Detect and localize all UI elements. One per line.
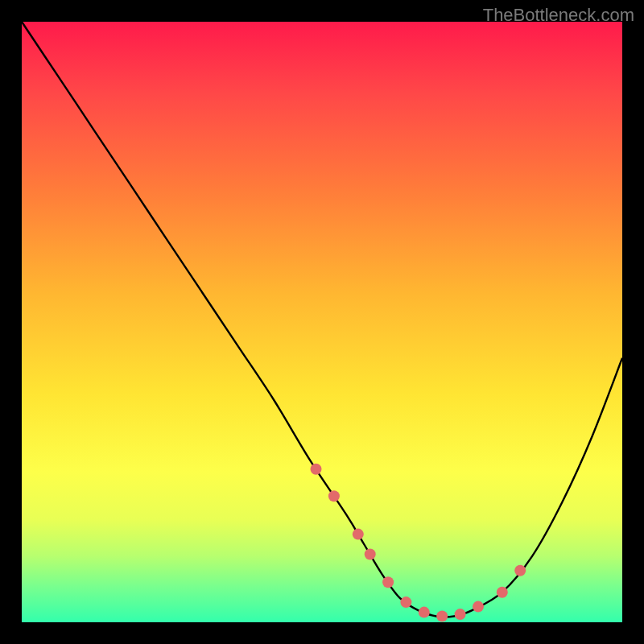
optimal-marker <box>436 611 448 622</box>
watermark-text: TheBottleneck.com <box>483 5 634 26</box>
optimal-marker <box>328 490 340 502</box>
optimal-marker <box>455 609 466 620</box>
optimal-marker <box>473 601 484 613</box>
optimal-marker <box>311 464 322 475</box>
curve-line <box>22 22 622 617</box>
optimal-marker <box>365 549 376 560</box>
optimal-marker <box>514 565 526 576</box>
optimal-marker <box>497 587 508 598</box>
optimal-marker <box>353 529 364 540</box>
optimal-marker <box>419 607 430 618</box>
bottleneck-curve <box>22 22 622 622</box>
optimal-marker <box>400 597 411 608</box>
optimal-marker <box>382 576 394 588</box>
